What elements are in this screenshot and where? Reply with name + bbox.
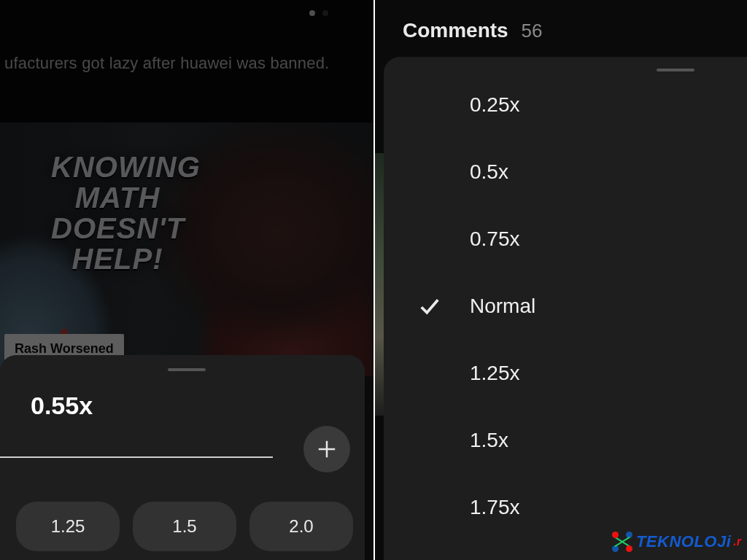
plus-icon — [316, 438, 338, 460]
speed-option-label: 0.5x — [460, 160, 508, 184]
speed-option-Normal[interactable]: Normal — [384, 273, 747, 340]
top-dim — [0, 0, 374, 122]
video-thumbnail[interactable]: KNOWING MATH DOESN'T HELP! Rash Worsened — [0, 122, 374, 376]
speed-chip-1_5[interactable]: 1.5 — [133, 502, 236, 551]
right-phone: Comments 56 0.25x0.5x0.75xNormal1.25x1.5… — [375, 0, 747, 560]
comments-count: 56 — [521, 20, 542, 42]
speed-chip-2_0[interactable]: 2.0 — [249, 502, 353, 551]
speed-chip-1_25[interactable]: 1.25 — [16, 502, 120, 551]
speed-option-label: 0.25x — [460, 93, 520, 117]
speed-option-0_25x[interactable]: 0.25x — [384, 71, 747, 139]
comments-label: Comments — [403, 19, 508, 42]
watermark-text: TEKNOLOJi — [636, 532, 731, 551]
sheet-handle[interactable] — [168, 368, 206, 371]
speed-increase-button[interactable] — [303, 426, 350, 472]
watermark-suffix: .r — [733, 535, 741, 548]
watermark-icon — [610, 529, 635, 554]
check-icon — [419, 295, 460, 317]
speed-fine-sheet: 0.55x 1.25 1.5 2.0 — [0, 355, 365, 560]
speed-option-1_5x[interactable]: 1.5x — [384, 407, 747, 474]
speed-current-value: 0.55x — [31, 392, 346, 420]
left-phone: ufacturers got lazy after huawei was ban… — [0, 0, 374, 560]
speed-option-label: 0.75x — [460, 228, 520, 251]
speed-option-0_5x[interactable]: 0.5x — [384, 139, 747, 206]
comparison-stage: ufacturers got lazy after huawei was ban… — [0, 0, 747, 560]
watermark-logo: TEKNOLOJi .r — [610, 529, 741, 554]
speed-option-label: 1.5x — [460, 429, 508, 452]
speed-option-label: 1.25x — [460, 362, 520, 385]
speed-slider[interactable] — [28, 445, 346, 470]
thumbnail-dim — [0, 122, 374, 376]
speed-preset-row: 1.25 1.5 2.0 — [16, 502, 353, 551]
speed-option-label: 1.75x — [460, 496, 520, 519]
speed-option-label: Normal — [460, 295, 535, 318]
speed-option-1_25x[interactable]: 1.25x — [384, 340, 747, 407]
speed-slider-track — [0, 456, 273, 458]
comments-header[interactable]: Comments 56 — [403, 19, 542, 42]
speed-options-sheet: 0.25x0.5x0.75xNormal1.25x1.5x1.75x — [384, 57, 747, 560]
speed-option-0_75x[interactable]: 0.75x — [384, 206, 747, 273]
